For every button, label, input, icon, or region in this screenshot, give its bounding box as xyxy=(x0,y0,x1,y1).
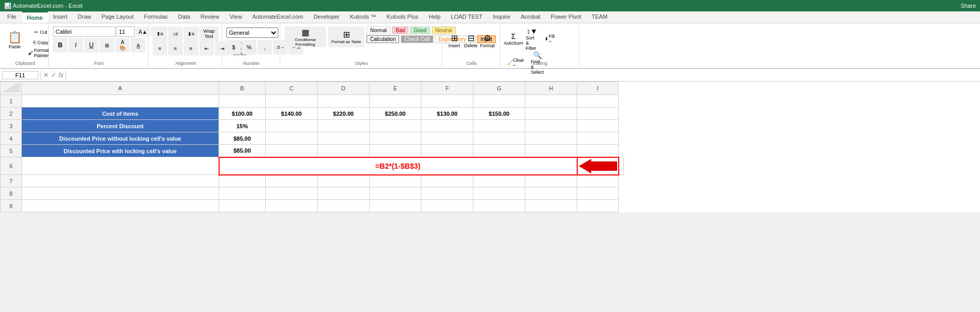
cell-e5[interactable] xyxy=(370,145,421,157)
align-middle-button[interactable]: ↕≡ xyxy=(168,26,183,41)
cell-e9[interactable] xyxy=(370,200,421,212)
cell-b1[interactable] xyxy=(219,95,266,107)
number-format-select[interactable]: General xyxy=(226,28,278,38)
cell-e3[interactable] xyxy=(370,120,421,132)
tab-inquire[interactable]: Inquire xyxy=(488,11,516,23)
cell-b5[interactable]: $85.00 xyxy=(219,145,266,157)
cell-i2[interactable] xyxy=(577,107,619,120)
style-check-cell[interactable]: Check Cell xyxy=(401,35,433,43)
tab-developer[interactable]: Developer xyxy=(308,11,345,23)
cell-h2[interactable] xyxy=(525,107,577,120)
cell-i3[interactable] xyxy=(577,120,619,132)
cell-i6[interactable] xyxy=(619,157,624,175)
format-as-table-button[interactable]: ⊞ Format as Table xyxy=(328,26,364,47)
cell-g1[interactable] xyxy=(473,95,525,107)
col-header-c[interactable]: C xyxy=(266,82,318,95)
cell-c5[interactable] xyxy=(266,145,318,157)
align-bottom-button[interactable]: ⬇≡ xyxy=(184,26,198,41)
cell-f1[interactable] xyxy=(421,95,473,107)
cell-c1[interactable] xyxy=(266,95,318,107)
tab-formulas[interactable]: Formulas xyxy=(139,11,173,23)
italic-button[interactable]: I xyxy=(69,38,83,52)
tab-kutools-plus[interactable]: Kutools Plus xyxy=(382,11,424,23)
style-bad[interactable]: Bad xyxy=(392,26,409,34)
tab-power-pivot[interactable]: Power Pivot xyxy=(546,11,587,23)
cell-h1[interactable] xyxy=(525,95,577,107)
cell-b7[interactable] xyxy=(219,175,266,187)
tab-data[interactable]: Data xyxy=(173,11,195,23)
comma-button[interactable]: , xyxy=(257,40,272,55)
cell-i4[interactable] xyxy=(577,132,619,145)
fill-button[interactable]: ⬇ Fill ~ xyxy=(542,34,557,44)
tab-acrobat[interactable]: Acrobat xyxy=(515,11,546,23)
tab-draw[interactable]: Draw xyxy=(73,11,97,23)
tab-insert[interactable]: Insert xyxy=(48,11,73,23)
cell-c2[interactable]: $140.00 xyxy=(266,107,318,120)
conditional-formatting-button[interactable]: ▦ Conditional Formatting xyxy=(284,26,326,47)
style-normal[interactable]: Normal xyxy=(366,26,390,34)
cell-i1[interactable] xyxy=(577,95,619,107)
cell-g3[interactable] xyxy=(473,120,525,132)
tab-kutools[interactable]: Kutools ™ xyxy=(345,11,382,23)
style-good[interactable]: Good xyxy=(410,26,430,34)
cell-b2[interactable]: $100.00 xyxy=(219,107,266,120)
font-size-input[interactable] xyxy=(116,26,135,37)
cell-i8[interactable] xyxy=(577,187,619,200)
cell-f7[interactable] xyxy=(421,175,473,187)
border-button[interactable]: ⊞ xyxy=(100,38,114,52)
cell-g7[interactable] xyxy=(473,175,525,187)
col-header-a[interactable]: A xyxy=(22,82,219,95)
cell-h3[interactable] xyxy=(525,120,577,132)
tab-help[interactable]: Help xyxy=(424,11,446,23)
tab-automate[interactable]: AutomateExcel.com xyxy=(247,11,308,23)
cell-f8[interactable] xyxy=(421,187,473,200)
align-left-button[interactable]: ≡ xyxy=(153,41,167,56)
cell-c3[interactable] xyxy=(266,120,318,132)
format-button[interactable]: ⚙ Format xyxy=(480,28,495,53)
tab-review[interactable]: Review xyxy=(195,11,224,23)
col-header-f[interactable]: F xyxy=(421,82,473,95)
cell-d3[interactable] xyxy=(318,120,370,132)
cell-d5[interactable] xyxy=(318,145,370,157)
cancel-formula-button[interactable]: ✕ xyxy=(43,71,49,79)
paste-button[interactable]: 📋 Paste xyxy=(5,26,24,53)
cell-d1[interactable] xyxy=(318,95,370,107)
cell-g2[interactable]: $150.00 xyxy=(473,107,525,120)
cell-a7[interactable] xyxy=(22,175,219,187)
col-header-e[interactable]: E xyxy=(370,82,421,95)
indent-decrease-button[interactable]: ⇤ xyxy=(199,41,214,56)
sort-filter-button[interactable]: ↕▼ Sort & Filter xyxy=(523,28,541,50)
share-button[interactable]: Share xyxy=(961,3,976,9)
cell-a5[interactable]: Discounted Price with locking cell's val… xyxy=(22,145,219,157)
cell-a3[interactable]: Percent Discount xyxy=(22,120,219,132)
cell-e1[interactable] xyxy=(370,95,421,107)
cell-a4[interactable]: Discounted Price without locking cell's … xyxy=(22,132,219,145)
cell-i5[interactable] xyxy=(577,145,619,157)
autosum-button[interactable]: Σ AutoSum xyxy=(505,28,522,50)
cell-d8[interactable] xyxy=(318,187,370,200)
cell-b4[interactable]: $85.00 xyxy=(219,132,266,145)
col-header-b[interactable]: B xyxy=(219,82,266,95)
align-center-button[interactable]: ≡ xyxy=(168,41,183,56)
underline-button[interactable]: U xyxy=(84,38,99,52)
cell-e4[interactable] xyxy=(370,132,421,145)
style-calculation[interactable]: Calculation xyxy=(366,35,399,43)
cell-b9[interactable] xyxy=(219,200,266,212)
cell-g4[interactable] xyxy=(473,132,525,145)
tab-team[interactable]: TEAM xyxy=(587,11,613,23)
cell-reference-input[interactable] xyxy=(2,71,38,79)
cell-f3[interactable] xyxy=(421,120,473,132)
insert-button[interactable]: ⊞ Insert xyxy=(446,28,462,53)
cell-h9[interactable] xyxy=(525,200,577,212)
cell-a1[interactable] xyxy=(22,95,219,107)
cell-c4[interactable] xyxy=(266,132,318,145)
cell-h4[interactable] xyxy=(525,132,577,145)
tab-page-layout[interactable]: Page Layout xyxy=(96,11,139,23)
cell-e2[interactable]: $250.00 xyxy=(370,107,421,120)
font-color-button[interactable]: A̲ xyxy=(131,38,145,52)
cell-a2[interactable]: Cost of Items xyxy=(22,107,219,120)
cell-b6-formula[interactable]: =B2*(1-$B$3) xyxy=(219,157,577,175)
cell-h7[interactable] xyxy=(525,175,577,187)
cell-f5[interactable] xyxy=(421,145,473,157)
cell-b8[interactable] xyxy=(219,187,266,200)
